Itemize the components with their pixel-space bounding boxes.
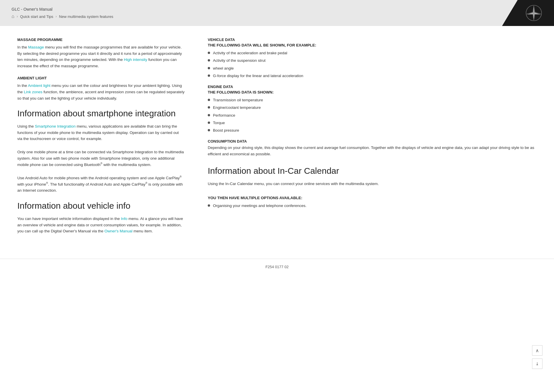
scroll-buttons: ∧ ⤓ (532, 345, 542, 369)
vehicle-data-item-1: Activity of the acceleration and brake p… (213, 50, 287, 56)
engine-data-item-3: Performance (213, 113, 235, 118)
list-item: Engine/coolant temperature (208, 105, 537, 111)
ambient-light-link[interactable]: Ambient light (28, 83, 50, 88)
smartphone-para-2: Only one mobile phone at a time can be c… (17, 149, 185, 168)
bullet-icon (208, 129, 210, 131)
vehicle-data-list: Activity of the acceleration and brake p… (208, 50, 537, 79)
multiple-options-section: YOU THEN HAVE MULTIPLE OPTIONS AVAILABLE… (208, 196, 537, 209)
multiple-options-list: Organising your meetings and telephone c… (208, 203, 537, 209)
list-item: Activity of the suspension strut (208, 58, 537, 64)
breadcrumb-sep-2: › (56, 14, 57, 18)
scroll-up-button[interactable]: ∧ (532, 345, 542, 356)
engine-data-item-2: Engine/coolant temperature (213, 105, 261, 111)
bullet-icon (208, 99, 210, 101)
svg-point-3 (533, 12, 534, 14)
multiple-options-item-1: Organising your meetings and telephone c… (213, 203, 306, 209)
multiple-options-title: YOU THEN HAVE MULTIPLE OPTIONS AVAILABLE… (208, 196, 537, 200)
document-title: GLC - Owner's Manual (12, 7, 491, 12)
breadcrumb-item-2[interactable]: New multimedia system features (59, 14, 113, 19)
list-item: G-force display for the linear and later… (208, 73, 537, 79)
footer: F254 0177 02 (0, 259, 554, 275)
vehicle-data-section: VEHICLE DATA THE FOLLOWING DATA WILL BE … (208, 38, 537, 79)
bullet-icon (208, 74, 210, 77)
right-column: VEHICLE DATA THE FOLLOWING DATA WILL BE … (202, 38, 537, 241)
engine-data-section: ENGINE DATA THE FOLLOWING DATA IS SHOWN:… (208, 85, 537, 133)
list-item: wheel angle (208, 66, 537, 71)
high-intensity-link[interactable]: High intensity (124, 57, 147, 62)
in-car-calendar-body: Using the In-Car Calendar menu, you can … (208, 181, 537, 187)
consumption-data-title: CONSUMPTION DATA (208, 139, 537, 143)
massage-programme-body: In the Massage menu you will find the ma… (17, 44, 185, 69)
home-icon[interactable]: ⌂ (12, 14, 14, 19)
smartphone-para-3: Use Android Auto for mobile phones with … (17, 175, 185, 194)
header-text-area: GLC - Owner's Manual ⌂ › Quick start and… (0, 0, 502, 26)
left-column: MASSAGE PROGRAMME In the Massage menu yo… (17, 38, 185, 241)
content-area: MASSAGE PROGRAMME In the Massage menu yo… (0, 26, 554, 253)
smartphone-para-1: Using the Smartphone Integration menu, v… (17, 123, 185, 142)
ambient-light-section: AMBIENT LIGHT In the Ambient light menu … (17, 76, 185, 101)
bullet-icon (208, 59, 210, 61)
massage-programme-section: MASSAGE PROGRAMME In the Massage menu yo… (17, 38, 185, 69)
bullet-icon (208, 114, 210, 116)
bullet-icon (208, 52, 210, 54)
footer-code: F254 0177 02 (265, 265, 289, 269)
header-logo-area (502, 0, 554, 26)
list-item: Activity of the acceleration and brake p… (208, 50, 537, 56)
breadcrumb-item-1[interactable]: Quick start and Tips (20, 14, 53, 19)
bullet-icon (208, 122, 210, 124)
ambient-light-title: AMBIENT LIGHT (17, 76, 185, 80)
massage-programme-title: MASSAGE PROGRAMME (17, 38, 185, 42)
ambient-light-body: In the Ambient light menu you can set th… (17, 83, 185, 101)
engine-data-item-1: Transmission oil temperature (213, 97, 263, 103)
bullet-icon (208, 106, 210, 109)
list-item: Performance (208, 113, 537, 118)
breadcrumb: ⌂ › Quick start and Tips › New multimedi… (12, 14, 491, 19)
smartphone-integration-link[interactable]: Smartphone Integration (35, 124, 76, 128)
vehicle-info-heading: Information about vehicle info (17, 201, 185, 211)
engine-data-list: Transmission oil temperature Engine/cool… (208, 97, 537, 133)
engine-data-item-5: Boost pressure (213, 128, 239, 133)
mercedes-star-icon (525, 4, 542, 22)
smartphone-integration-heading: Information about smartphone integration (17, 108, 185, 119)
vehicle-info-body: You can have important vehicle informati… (17, 216, 185, 234)
engine-data-subtitle: THE FOLLOWING DATA IS SHOWN: (208, 90, 537, 94)
info-link[interactable]: Info (121, 216, 128, 221)
massage-link[interactable]: Massage (28, 45, 44, 49)
in-car-calendar-heading: Information about In-Car Calendar (208, 166, 537, 176)
engine-data-title: ENGINE DATA (208, 85, 537, 89)
vehicle-data-title: VEHICLE DATA (208, 38, 537, 42)
link-zones-link[interactable]: Link zones (24, 90, 43, 94)
engine-data-item-4: Torque (213, 120, 225, 126)
bullet-icon (208, 204, 210, 207)
consumption-data-section: CONSUMPTION DATA Depending on your drivi… (208, 139, 537, 157)
bullet-icon (208, 67, 210, 69)
breadcrumb-sep-1: › (17, 14, 18, 18)
vehicle-data-item-4: G-force display for the linear and later… (213, 73, 303, 79)
consumption-data-body: Depending on your driving style, this di… (208, 145, 537, 157)
owners-manual-link[interactable]: Owner's Manual (104, 229, 132, 233)
vehicle-data-item-3: wheel angle (213, 66, 234, 71)
header: GLC - Owner's Manual ⌂ › Quick start and… (0, 0, 554, 26)
scroll-down-button[interactable]: ⤓ (532, 359, 542, 369)
list-item: Organising your meetings and telephone c… (208, 203, 537, 209)
list-item: Torque (208, 120, 537, 126)
vehicle-data-subtitle: THE FOLLOWING DATA WILL BE SHOWN, FOR EX… (208, 43, 537, 47)
vehicle-data-item-2: Activity of the suspension strut (213, 58, 265, 64)
list-item: Transmission oil temperature (208, 97, 537, 103)
list-item: Boost pressure (208, 128, 537, 133)
